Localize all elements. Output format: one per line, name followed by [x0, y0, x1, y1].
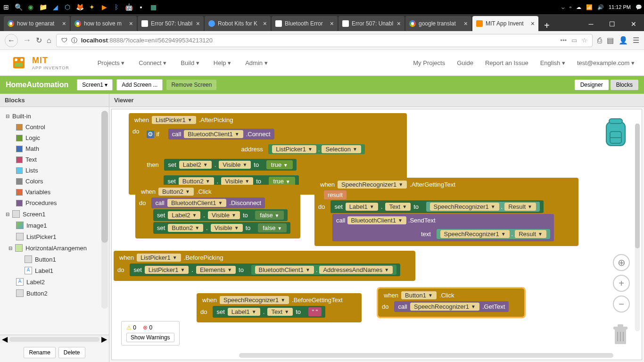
- tray-volume-icon[interactable]: 🔊: [597, 4, 604, 10]
- close-window-button[interactable]: ✕: [623, 17, 644, 31]
- tab-2[interactable]: Error 507: Unabl×: [138, 16, 204, 31]
- collapse-icon[interactable]: ⊟: [5, 212, 10, 217]
- tree-text[interactable]: Text: [2, 154, 107, 165]
- search-icon[interactable]: 🔍: [14, 3, 23, 11]
- close-icon[interactable]: ×: [464, 20, 468, 27]
- scroll-left-icon[interactable]: ◀: [2, 335, 8, 344]
- collapse-icon[interactable]: ⊟: [8, 246, 13, 251]
- tree-procedures[interactable]: Procedures: [2, 197, 107, 208]
- new-tab-button[interactable]: +: [539, 20, 554, 31]
- android-icon[interactable]: 🤖: [124, 3, 133, 11]
- close-icon[interactable]: ×: [330, 20, 334, 27]
- app-icon-1[interactable]: ◉: [26, 3, 35, 11]
- tree-label1[interactable]: ALabel1: [2, 265, 107, 276]
- close-icon[interactable]: ×: [397, 20, 401, 27]
- account-icon[interactable]: 👤: [619, 36, 628, 45]
- close-icon[interactable]: ×: [196, 20, 200, 27]
- tree-image1[interactable]: Image1: [2, 220, 107, 231]
- canvas-vscroll[interactable]: [635, 123, 640, 331]
- menu-connect[interactable]: Connect ▾: [139, 59, 166, 66]
- bookmark-star-icon[interactable]: ☆: [582, 37, 587, 44]
- tree-variables[interactable]: Variables: [2, 187, 107, 197]
- remove-screen-button[interactable]: Remove Screen: [166, 80, 216, 90]
- menu-projects[interactable]: Projects ▾: [98, 59, 125, 66]
- tray-cloud-icon[interactable]: ☁: [576, 4, 581, 10]
- blocks-toggle[interactable]: Blocks: [611, 80, 638, 90]
- tab-4[interactable]: Bluetooth Error×: [272, 16, 338, 31]
- zoom-in-button[interactable]: +: [613, 275, 630, 292]
- close-icon[interactable]: ×: [531, 20, 535, 27]
- menu-admin[interactable]: Admin ▾: [245, 59, 267, 66]
- maximize-button[interactable]: ☐: [602, 17, 623, 31]
- tree-math[interactable]: Math: [2, 143, 107, 154]
- menu-account[interactable]: test@example.com ▾: [577, 59, 635, 66]
- reload-button[interactable]: ↻: [36, 36, 42, 45]
- app-icon-2[interactable]: ◢: [51, 3, 59, 11]
- canvas-hscroll[interactable]: [239, 353, 613, 358]
- terminal-icon[interactable]: ▪: [137, 3, 145, 11]
- trash-icon[interactable]: [611, 324, 630, 346]
- screen-selector[interactable]: Screen1 ▾: [77, 79, 113, 90]
- gear-icon[interactable]: ⚙: [147, 131, 154, 138]
- home-button[interactable]: ⌂: [47, 36, 51, 45]
- close-icon[interactable]: ×: [62, 20, 66, 27]
- tree-harrangement[interactable]: ⊟HorizontalArrangemen: [2, 242, 107, 254]
- backpack-icon[interactable]: [602, 115, 630, 148]
- zoom-out-button[interactable]: −: [613, 296, 630, 313]
- library-icon[interactable]: ⎙: [597, 36, 602, 45]
- tree-button1[interactable]: Button1: [2, 254, 107, 265]
- block-beforepicking[interactable]: when ListPicker1▼ .BeforePicking do set …: [114, 251, 415, 281]
- tray-icon-1[interactable]: ▫: [570, 4, 571, 10]
- link-myprojects[interactable]: My Projects: [413, 59, 445, 66]
- bluetooth-icon[interactable]: ᛒ: [112, 3, 121, 11]
- firefox-icon[interactable]: 🦊: [75, 3, 84, 11]
- tab-6[interactable]: google translat×: [405, 16, 471, 31]
- designer-toggle[interactable]: Designer: [575, 80, 609, 90]
- app-icon-3[interactable]: ⬡: [63, 3, 72, 11]
- block-button1-click[interactable]: when Button1▼ .Click do call SpeechRecog…: [378, 288, 524, 317]
- tray-wifi-icon[interactable]: 📶: [586, 4, 593, 10]
- tab-7[interactable]: MIT App Invent×: [472, 16, 538, 31]
- tab-5[interactable]: Error 507: Unabl×: [339, 16, 405, 31]
- tray-chevron-icon[interactable]: ⌵: [561, 4, 565, 10]
- add-screen-button[interactable]: Add Screen ...: [116, 79, 163, 90]
- menu-language[interactable]: English ▾: [540, 59, 565, 66]
- url-input[interactable]: 🛡 ⓘ localhost:8888/?locale=en#5629499534…: [56, 34, 593, 47]
- block-sr-aftertext[interactable]: when SpeechRecognizer1▼ .AfterGettingTex…: [314, 178, 578, 246]
- app-icon-4[interactable]: ✦: [88, 3, 96, 11]
- menu-help[interactable]: Help ▾: [214, 59, 231, 66]
- sidebar-icon[interactable]: ▤: [607, 36, 614, 45]
- show-warnings-button[interactable]: Show Warnings: [126, 333, 174, 342]
- collapse-icon[interactable]: ⊟: [5, 114, 10, 119]
- more-icon[interactable]: •••: [560, 37, 567, 44]
- logo[interactable]: MIT APP INVENTOR: [9, 53, 69, 72]
- link-report[interactable]: Report an Issue: [485, 59, 528, 66]
- blocks-canvas[interactable]: when ListPicker1▼ .AfterPicking do ⚙ if …: [111, 109, 642, 360]
- notifications-icon[interactable]: 💬: [636, 4, 642, 10]
- tree-logic[interactable]: Logic: [2, 132, 107, 143]
- minimize-button[interactable]: ─: [580, 17, 602, 31]
- tree-hscroll[interactable]: ◀▶: [0, 335, 109, 343]
- block-sr-beforetext[interactable]: when SpeechRecognizer1▼ .BeforeGettingTe…: [197, 293, 362, 322]
- back-button[interactable]: ←: [5, 34, 18, 47]
- tree-builtin[interactable]: ⊟Built-in: [2, 111, 107, 122]
- clock[interactable]: 11:12 PM: [609, 4, 631, 10]
- scroll-right-icon[interactable]: ▶: [101, 335, 107, 344]
- tree-label2[interactable]: ALabel2: [2, 276, 107, 288]
- tab-0[interactable]: how to genarat×: [4, 16, 70, 31]
- tree-listpicker1[interactable]: ListPicker1: [2, 231, 107, 242]
- close-icon[interactable]: ×: [263, 20, 267, 27]
- link-guide[interactable]: Guide: [457, 59, 473, 66]
- tree-control[interactable]: Control: [2, 122, 107, 132]
- start-icon[interactable]: ⊞: [2, 3, 10, 11]
- rename-button[interactable]: Rename: [24, 347, 55, 358]
- explorer-icon[interactable]: 📁: [39, 3, 47, 11]
- app-icon-6[interactable]: ▦: [149, 3, 157, 11]
- block-button2-click[interactable]: when Button2▼ .Click do call BluetoothCl…: [135, 185, 300, 239]
- delete-button[interactable]: Delete: [58, 347, 85, 358]
- menu-build[interactable]: Build ▾: [181, 59, 199, 66]
- warnings-panel[interactable]: ⚠ 0 ⊗ 0 Show Warnings: [121, 321, 180, 346]
- tree-button2[interactable]: Button2: [2, 288, 107, 299]
- zoom-center-button[interactable]: ⊕: [613, 254, 630, 271]
- tab-1[interactable]: how to solve m×: [71, 16, 137, 31]
